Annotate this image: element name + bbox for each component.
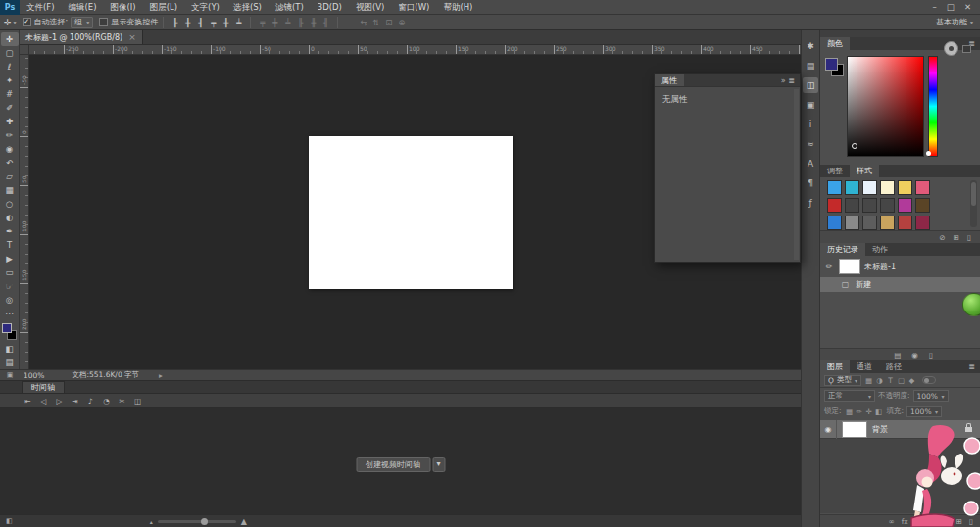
style-swatch[interactable]: [862, 198, 877, 213]
snapshot-thumbnail[interactable]: [839, 259, 860, 274]
tool-eyedropper[interactable]: ✐: [1, 101, 19, 115]
menu-type[interactable]: 文字(Y): [184, 0, 226, 15]
align-h-center-icon[interactable]: ╂: [181, 18, 194, 27]
close-button[interactable]: ✕: [964, 2, 971, 12]
split-icon[interactable]: ✂: [116, 397, 128, 406]
histogram-panel-icon[interactable]: ≈: [803, 136, 818, 152]
lock-all-icon[interactable]: ◧: [874, 407, 884, 416]
link-layers-icon[interactable]: ∞: [888, 517, 894, 526]
timeline-zoom-out-icon[interactable]: ▴: [150, 518, 153, 525]
distribute-right-icon[interactable]: ╢: [319, 18, 332, 27]
tab-layers[interactable]: 图层: [820, 360, 850, 373]
lock-position-icon[interactable]: ✛: [864, 407, 874, 416]
tab-actions[interactable]: 动作: [865, 243, 895, 256]
style-swatch[interactable]: [915, 216, 930, 230]
menu-window[interactable]: 窗口(W): [391, 0, 436, 15]
create-video-timeline-button[interactable]: 创建视频时间轴: [356, 457, 430, 472]
minimize-button[interactable]: –: [933, 2, 937, 12]
delete-layer-icon[interactable]: ▯: [969, 517, 973, 526]
style-swatch[interactable]: [898, 198, 912, 213]
align-left-icon[interactable]: ┠: [169, 18, 181, 27]
layer-visibility-eye-icon[interactable]: ◉: [820, 420, 837, 439]
floating-assistant-orb[interactable]: [962, 293, 980, 316]
layer-row-background[interactable]: ◉ 背景: [820, 420, 980, 439]
scrollbar-thumb[interactable]: [971, 182, 976, 206]
tool-healing-brush[interactable]: ✚: [1, 115, 19, 128]
document-canvas[interactable]: [309, 136, 513, 289]
next-frame-icon[interactable]: ⇥: [69, 397, 81, 406]
paragraph-panel-icon[interactable]: ¶: [803, 175, 818, 191]
distribute-bottom-icon[interactable]: ╧: [281, 18, 294, 27]
distribute-spacing-v-icon[interactable]: ⇅: [369, 18, 382, 27]
style-swatch[interactable]: [880, 216, 895, 230]
timeline-zoom-slider[interactable]: [158, 520, 236, 523]
scrollbar[interactable]: [970, 180, 977, 227]
timeline-mode-dropdown[interactable]: ▾: [432, 457, 445, 472]
color-field-marker[interactable]: [852, 143, 858, 149]
style-swatch[interactable]: [898, 180, 912, 195]
style-swatch[interactable]: [915, 180, 930, 195]
align-v-center-icon[interactable]: ╂: [220, 18, 232, 27]
style-swatch[interactable]: [862, 180, 877, 195]
tool-lasso[interactable]: ℓ: [1, 60, 19, 73]
properties-panel-icon[interactable]: ◫: [803, 77, 818, 93]
menu-view[interactable]: 视图(V): [349, 0, 391, 15]
align-right-icon[interactable]: ┨: [194, 18, 207, 27]
info-panel-icon[interactable]: i: [803, 117, 818, 132]
tool-gradient[interactable]: ▦: [1, 183, 19, 197]
layer-name[interactable]: 背景: [872, 424, 965, 435]
timeline-settings-icon[interactable]: ◔: [100, 397, 113, 406]
first-frame-icon[interactable]: ⇤: [22, 397, 34, 406]
distribute-left-icon[interactable]: ╟: [294, 18, 307, 27]
style-swatch[interactable]: [827, 216, 842, 230]
tool-type[interactable]: T: [1, 238, 19, 252]
blend-mode-dropdown[interactable]: 正常 ▾: [824, 390, 875, 402]
ruler-origin-corner[interactable]: [20, 45, 29, 55]
panel-menu-icon[interactable]: ≣: [968, 360, 980, 373]
tool-eraser[interactable]: ▱: [1, 169, 19, 183]
character-panel-icon[interactable]: A: [803, 156, 818, 171]
new-doc-from-state-icon[interactable]: ▤: [894, 351, 901, 359]
opacity-dropdown[interactable]: 100% ▾: [913, 390, 949, 402]
zoom-level[interactable]: 100%: [24, 371, 44, 380]
hue-marker[interactable]: [926, 151, 931, 156]
workspace-switcher[interactable]: 基本功能 ▾: [936, 17, 980, 27]
auto-select-dropdown[interactable]: 组 ▾: [71, 17, 93, 28]
history-source-icon[interactable]: ✏: [823, 263, 835, 271]
layer-mask-icon[interactable]: ◧: [915, 517, 922, 526]
style-swatch[interactable]: [898, 216, 912, 230]
adjustments-panel-icon[interactable]: ✱: [803, 38, 818, 54]
tab-properties[interactable]: 属性: [655, 74, 684, 86]
tool-pen[interactable]: ✒: [1, 224, 19, 238]
layer-filter-toggle[interactable]: [922, 376, 936, 384]
delete-state-icon[interactable]: ▯: [929, 351, 933, 359]
lock-transparency-icon[interactable]: ▦: [845, 407, 855, 416]
align-bottom-icon[interactable]: ┷: [232, 18, 245, 27]
new-layer-icon[interactable]: ⊞: [956, 517, 962, 526]
style-swatch[interactable]: [845, 180, 859, 195]
scrollbar[interactable]: [794, 89, 799, 260]
color-field[interactable]: [847, 56, 924, 157]
tool-move[interactable]: ✛: [1, 32, 19, 46]
tool-preset-picker[interactable]: ✛ ▾: [4, 18, 17, 27]
tab-history[interactable]: 历史记录: [820, 243, 865, 256]
tab-channels[interactable]: 通道: [850, 360, 879, 373]
style-swatch[interactable]: [827, 180, 842, 195]
tool-path-select[interactable]: ▶: [1, 252, 19, 265]
layer-group-icon[interactable]: ▢: [942, 517, 949, 526]
color-swatch-control[interactable]: [1, 322, 19, 342]
tool-crop[interactable]: #: [1, 87, 19, 101]
style-swatch[interactable]: [880, 198, 895, 213]
audio-icon[interactable]: ♪: [84, 397, 97, 406]
tab-paths[interactable]: 路径: [879, 360, 908, 373]
tool-screen-mode[interactable]: ▤: [1, 356, 19, 369]
fill-dropdown[interactable]: 100% ▾: [906, 406, 942, 417]
menu-3d[interactable]: 3D(D): [311, 0, 349, 15]
clear-style-icon[interactable]: ⊘: [939, 233, 945, 242]
tool-clone-stamp[interactable]: ◉: [1, 142, 19, 156]
menu-help[interactable]: 帮助(H): [436, 0, 479, 15]
status-arrow-icon[interactable]: ▸: [159, 371, 163, 380]
hue-strip[interactable]: [928, 56, 938, 157]
tool-edit-toolbar[interactable]: ⋯: [1, 307, 19, 320]
align-top-icon[interactable]: ┯: [207, 18, 220, 27]
